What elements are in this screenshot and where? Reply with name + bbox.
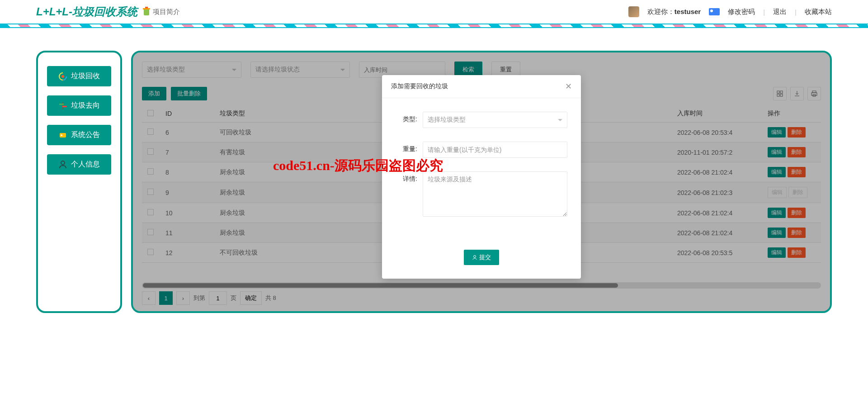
sidebar-item-label: 个人信息: [71, 160, 100, 169]
sidebar-item-label: 垃圾去向: [71, 101, 100, 110]
intro-link[interactable]: 项目简介: [142, 6, 180, 17]
add-modal: 添加需要回收的垃圾 ✕ 类型: 选择垃圾类型 重量: 详情:: [382, 75, 581, 279]
svg-point-3: [61, 75, 64, 78]
header-right: 欢迎你：testuser 修改密码 | 退出 | 收藏本站: [628, 6, 832, 17]
svg-rect-2: [145, 7, 148, 8]
type-select[interactable]: 选择垃圾类型: [423, 112, 567, 128]
header-left: L+L+L-垃圾回收系统 项目简介: [36, 5, 180, 19]
announce-icon: [58, 131, 67, 140]
logout-link[interactable]: 退出: [773, 8, 787, 16]
svg-rect-5: [59, 104, 64, 105]
cup-icon: [142, 6, 151, 17]
direction-icon: [58, 101, 67, 110]
recycle-icon: [58, 72, 67, 81]
sidebar-item-profile[interactable]: 个人信息: [47, 154, 111, 175]
svg-rect-1: [143, 8, 150, 9]
welcome-text: 欢迎你：testuser: [647, 8, 701, 16]
header: L+L+L-垃圾回收系统 项目简介 欢迎你：testuser 修改密码 | 退出…: [0, 0, 868, 24]
logo-text: L+L+L-垃圾回收系统: [36, 5, 137, 19]
svg-point-17: [474, 256, 476, 258]
username: testuser: [675, 8, 701, 15]
person-icon: [58, 160, 67, 169]
id-card-icon[interactable]: [709, 8, 720, 15]
change-password-link[interactable]: 修改密码: [728, 8, 755, 16]
divider: |: [763, 8, 765, 16]
avatar[interactable]: [628, 6, 639, 17]
main-wrap: 垃圾回收 垃圾去向 系统公告 个人信息 选择垃圾类型 请选择垃圾状态 检索 重置…: [0, 28, 868, 322]
modal-close-button[interactable]: ✕: [565, 81, 572, 91]
svg-rect-6: [62, 106, 66, 107]
person-icon: [472, 255, 477, 260]
content-panel: 选择垃圾类型 请选择垃圾状态 检索 重置 添加 批量删除 ID 垃圾类型 入库时…: [131, 51, 832, 313]
modal-title: 添加需要回收的垃圾: [391, 82, 448, 90]
weight-label: 重量:: [396, 142, 423, 153]
favorite-link[interactable]: 收藏本站: [805, 8, 832, 16]
intro-label: 项目简介: [153, 8, 180, 16]
sidebar-item-announce[interactable]: 系统公告: [47, 125, 111, 145]
sidebar: 垃圾回收 垃圾去向 系统公告 个人信息: [36, 51, 122, 313]
weight-input[interactable]: [423, 142, 567, 158]
detail-textarea[interactable]: [423, 171, 567, 217]
modal-header: 添加需要回收的垃圾 ✕: [382, 75, 581, 98]
sidebar-item-direction[interactable]: 垃圾去向: [47, 95, 111, 116]
stripe-divider: [0, 24, 868, 28]
submit-button[interactable]: 提交: [464, 250, 499, 265]
detail-label: 详情:: [396, 171, 423, 183]
svg-point-8: [61, 134, 62, 136]
sidebar-item-label: 系统公告: [71, 130, 100, 140]
svg-rect-0: [144, 9, 149, 15]
modal-body: 类型: 选择垃圾类型 重量: 详情:: [382, 98, 581, 241]
sidebar-item-recycle[interactable]: 垃圾回收: [47, 66, 111, 86]
svg-point-9: [61, 161, 65, 165]
sidebar-item-label: 垃圾回收: [71, 71, 100, 81]
divider: |: [795, 8, 797, 16]
modal-footer: 提交: [382, 241, 581, 279]
type-label: 类型:: [396, 112, 423, 123]
